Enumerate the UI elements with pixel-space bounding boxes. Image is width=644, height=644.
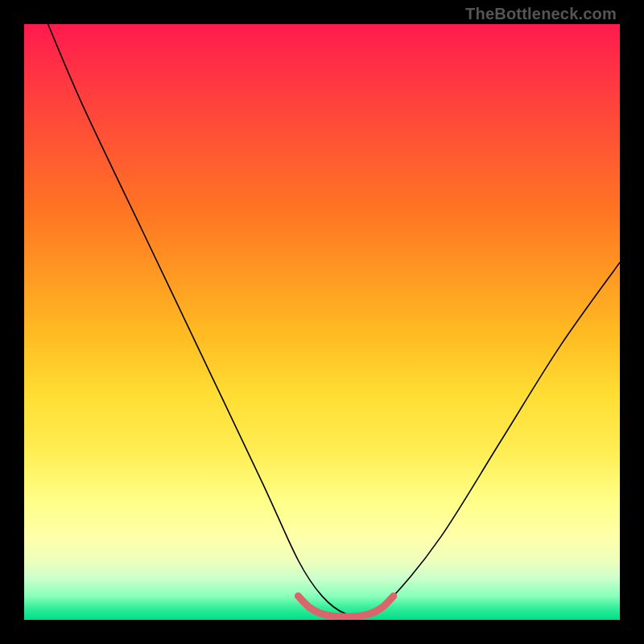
- curve-svg: [24, 24, 620, 620]
- watermark-text: TheBottleneck.com: [465, 5, 617, 23]
- bottleneck-curve-path: [48, 24, 620, 616]
- chart-frame: TheBottleneck.com: [0, 0, 644, 644]
- optimal-band-path: [298, 596, 393, 617]
- plot-area: [24, 24, 620, 620]
